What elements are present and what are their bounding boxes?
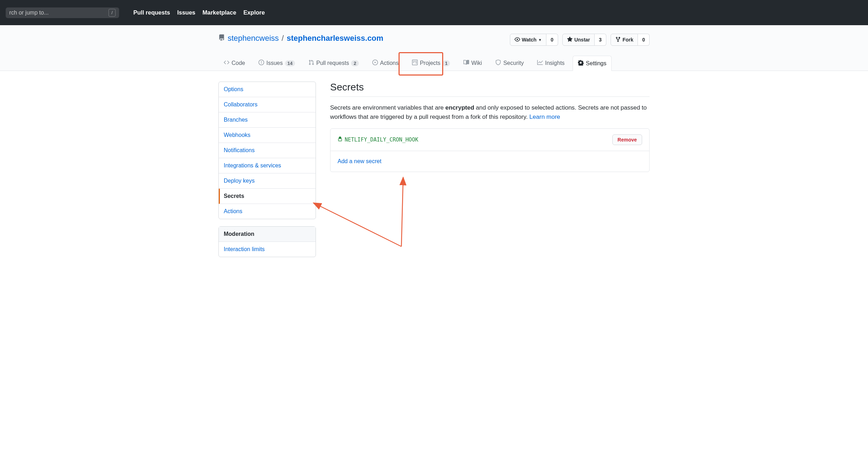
unstar-button[interactable]: Unstar bbox=[562, 34, 595, 46]
tab-code-label: Code bbox=[232, 60, 245, 66]
star-icon bbox=[567, 37, 573, 43]
sidebar-item-options[interactable]: Options bbox=[219, 82, 316, 97]
moderation-header: Moderation bbox=[219, 227, 316, 242]
secret-name-text: NETLIFY_DAILY_CRON_HOOK bbox=[345, 137, 418, 143]
secret-name: NETLIFY_DAILY_CRON_HOOK bbox=[338, 136, 418, 143]
nav-explore[interactable]: Explore bbox=[243, 9, 265, 16]
sidebar-item-deploy-keys[interactable]: Deploy keys bbox=[219, 173, 316, 189]
secrets-list: NETLIFY_DAILY_CRON_HOOK Remove Add a new… bbox=[330, 128, 650, 172]
wiki-icon bbox=[463, 60, 469, 67]
secrets-description: Secrets are environment variables that a… bbox=[330, 103, 650, 121]
tab-projects-label: Projects bbox=[420, 60, 440, 66]
main-content: Options Collaborators Branches Webhooks … bbox=[207, 71, 661, 268]
eye-icon bbox=[514, 37, 520, 43]
desc-pre: Secrets are environment variables that a… bbox=[330, 104, 445, 111]
sidebar-item-interaction-limits[interactable]: Interaction limits bbox=[219, 242, 316, 257]
nav-pull-requests[interactable]: Pull requests bbox=[133, 9, 170, 16]
tab-insights-label: Insights bbox=[545, 60, 564, 66]
sidebar-item-notifications[interactable]: Notifications bbox=[219, 143, 316, 158]
repo-icon bbox=[218, 34, 225, 43]
tab-projects[interactable]: Projects 1 bbox=[407, 56, 455, 71]
pulls-counter: 2 bbox=[351, 60, 358, 66]
repo-actions: Watch ▼ 0 Unstar 3 Fork 0 bbox=[510, 34, 650, 46]
tab-pulls[interactable]: Pull requests 2 bbox=[303, 56, 364, 71]
search-input[interactable] bbox=[9, 10, 106, 16]
tab-issues[interactable]: Issues 14 bbox=[253, 56, 300, 71]
nav-issues[interactable]: Issues bbox=[177, 9, 195, 16]
nav-marketplace[interactable]: Marketplace bbox=[202, 9, 236, 16]
secret-row: NETLIFY_DAILY_CRON_HOOK Remove bbox=[330, 129, 649, 151]
code-icon bbox=[224, 60, 229, 67]
sidebar-item-integrations[interactable]: Integrations & services bbox=[219, 158, 316, 173]
tab-pulls-label: Pull requests bbox=[316, 60, 349, 66]
tab-settings-label: Settings bbox=[586, 60, 606, 67]
repo-name-link[interactable]: stephencharlesweiss.com bbox=[286, 34, 383, 43]
remove-button[interactable]: Remove bbox=[612, 134, 642, 145]
settings-menu: Options Collaborators Branches Webhooks … bbox=[218, 82, 316, 219]
star-count[interactable]: 3 bbox=[595, 34, 606, 46]
projects-counter: 1 bbox=[443, 60, 450, 66]
search-box[interactable]: / bbox=[6, 7, 119, 18]
sidebar-item-branches[interactable]: Branches bbox=[219, 112, 316, 128]
global-header: / Pull requests Issues Marketplace Explo… bbox=[0, 0, 868, 25]
issue-icon bbox=[258, 60, 264, 67]
watch-count[interactable]: 0 bbox=[546, 34, 558, 46]
issues-counter: 14 bbox=[285, 60, 295, 66]
learn-more-link[interactable]: Learn more bbox=[529, 113, 560, 120]
slash-key-hint: / bbox=[108, 9, 116, 17]
sidebar-item-webhooks[interactable]: Webhooks bbox=[219, 128, 316, 143]
sidebar-item-secrets: Secrets bbox=[219, 189, 316, 204]
fork-label: Fork bbox=[623, 37, 633, 43]
unstar-label: Unstar bbox=[574, 37, 590, 43]
pull-request-icon bbox=[308, 60, 314, 67]
tab-actions[interactable]: Actions bbox=[367, 56, 404, 71]
tab-security[interactable]: Security bbox=[490, 56, 529, 71]
projects-icon bbox=[412, 60, 418, 67]
tab-code[interactable]: Code bbox=[218, 56, 250, 71]
sidebar-item-actions[interactable]: Actions bbox=[219, 204, 316, 219]
desc-bold: encrypted bbox=[445, 104, 474, 111]
secrets-content: Secrets Secrets are environment variable… bbox=[330, 82, 650, 257]
fork-icon bbox=[615, 37, 621, 43]
tab-settings[interactable]: Settings bbox=[573, 56, 612, 71]
repo-owner-link[interactable]: stephencweiss bbox=[228, 34, 279, 43]
fork-group: Fork 0 bbox=[611, 34, 650, 46]
repo-title: stephencweiss / stephencharlesweiss.com bbox=[218, 34, 383, 43]
add-secret-link[interactable]: Add a new secret bbox=[338, 158, 382, 164]
add-secret-row: Add a new secret bbox=[330, 151, 649, 172]
watch-label: Watch bbox=[522, 37, 536, 43]
tab-wiki[interactable]: Wiki bbox=[458, 56, 487, 71]
lock-icon bbox=[338, 136, 343, 143]
watch-button[interactable]: Watch ▼ bbox=[510, 34, 546, 46]
repo-nav: Code Issues 14 Pull requests 2 Actions P… bbox=[207, 56, 661, 71]
fork-button[interactable]: Fork bbox=[611, 34, 638, 46]
tab-insights[interactable]: Insights bbox=[532, 56, 570, 71]
star-group: Unstar 3 bbox=[562, 34, 606, 46]
caret-down-icon: ▼ bbox=[538, 38, 542, 42]
sidebar-item-collaborators[interactable]: Collaborators bbox=[219, 97, 316, 112]
tab-issues-label: Issues bbox=[266, 60, 283, 66]
repo-header-section: stephencweiss / stephencharlesweiss.com … bbox=[0, 25, 868, 71]
tab-actions-label: Actions bbox=[380, 60, 399, 66]
fork-count[interactable]: 0 bbox=[638, 34, 650, 46]
tab-wiki-label: Wiki bbox=[471, 60, 482, 66]
tab-security-label: Security bbox=[503, 60, 524, 66]
page-title: Secrets bbox=[330, 82, 650, 97]
graph-icon bbox=[537, 60, 543, 67]
global-nav: Pull requests Issues Marketplace Explore bbox=[133, 9, 265, 16]
watch-group: Watch ▼ 0 bbox=[510, 34, 558, 46]
gear-icon bbox=[578, 60, 584, 67]
actions-icon bbox=[372, 60, 378, 67]
settings-sidebar: Options Collaborators Branches Webhooks … bbox=[218, 82, 316, 257]
shield-icon bbox=[495, 60, 501, 67]
repo-slash: / bbox=[282, 34, 284, 43]
moderation-menu: Moderation Interaction limits bbox=[218, 226, 316, 257]
